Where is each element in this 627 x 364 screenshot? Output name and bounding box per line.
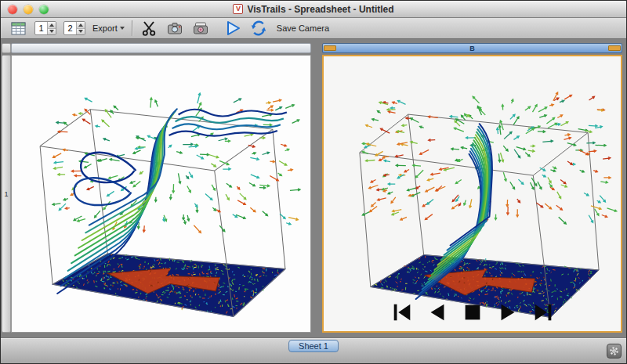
window-controls xyxy=(8,5,49,14)
tab-rail xyxy=(1,338,626,339)
scissors-icon xyxy=(140,20,158,37)
sheet-tab[interactable]: Sheet 1 xyxy=(288,340,339,352)
visualization-a1 xyxy=(12,56,310,332)
zoom-button[interactable] xyxy=(39,5,49,14)
corner-header[interactable] xyxy=(2,43,11,53)
spinner-up-icon xyxy=(49,23,54,27)
toolbar: Export xyxy=(1,18,626,39)
new-sheet-button[interactable] xyxy=(9,19,27,38)
row-count-down-button[interactable] xyxy=(48,28,56,35)
row-count-up-button[interactable] xyxy=(48,22,56,28)
skip-to-end-icon xyxy=(531,301,555,324)
close-button[interactable] xyxy=(8,5,17,14)
spinner-down-icon xyxy=(78,30,83,33)
selection-mark-right xyxy=(608,45,621,51)
cut-cell-button[interactable] xyxy=(140,19,158,38)
column-header-b-label: B xyxy=(469,45,475,52)
cell-a1[interactable] xyxy=(11,55,311,333)
camera-icon xyxy=(166,20,183,37)
toolbar-separator xyxy=(132,20,132,36)
column-count-input[interactable] xyxy=(64,22,76,34)
play-icon xyxy=(224,20,241,37)
column-count-up-button[interactable] xyxy=(77,22,85,28)
step-back-icon xyxy=(426,301,449,324)
export-menu-button[interactable]: Export xyxy=(92,19,125,38)
save-camera-label: Save Camera xyxy=(277,23,329,33)
camera-copy-icon xyxy=(192,20,209,37)
spreadsheet-area: B 1 xyxy=(1,39,626,337)
visualization-b1 xyxy=(324,56,621,331)
row-header-1-label: 1 xyxy=(4,190,8,198)
export-label: Export xyxy=(92,23,118,33)
row-count-input[interactable] xyxy=(35,22,47,34)
window-title-group: V VisTrails - Spreadsheet - Untitled xyxy=(233,4,393,15)
app-window: V VisTrails - Spreadsheet - Untitled xyxy=(0,0,627,364)
column-header-b[interactable]: B xyxy=(322,43,622,53)
execute-play-button[interactable] xyxy=(223,19,242,38)
column-count-steppers xyxy=(76,22,85,34)
column-count-spinner[interactable] xyxy=(63,21,85,35)
row-count-spinner[interactable] xyxy=(34,21,56,35)
stop-button[interactable] xyxy=(460,300,485,325)
sheet-grid-icon xyxy=(10,20,27,37)
refresh-button[interactable] xyxy=(249,19,268,38)
bottom-bar: Sheet 1 xyxy=(1,337,626,363)
vistrails-app-icon: V xyxy=(233,4,243,14)
skip-to-end-button[interactable] xyxy=(531,300,556,325)
cell-b1-selected[interactable] xyxy=(322,55,622,333)
minimize-button[interactable] xyxy=(24,5,33,14)
window-title: VisTrails - Spreadsheet - Untitled xyxy=(247,4,393,15)
export-dropdown-icon xyxy=(120,27,125,30)
play-forward-icon xyxy=(496,301,520,324)
gear-icon xyxy=(609,346,619,356)
skip-to-start-icon xyxy=(390,301,414,324)
column-count-down-button[interactable] xyxy=(77,28,85,35)
selection-mark-left xyxy=(324,45,336,51)
spinner-up-icon xyxy=(78,23,83,27)
settings-button[interactable] xyxy=(607,344,622,359)
row-header-1[interactable]: 1 xyxy=(2,55,11,333)
skip-to-start-button[interactable] xyxy=(390,300,415,325)
stop-icon xyxy=(461,301,484,324)
capture-cell-button[interactable] xyxy=(165,19,184,38)
play-forward-button[interactable] xyxy=(495,300,520,325)
refresh-icon xyxy=(250,20,267,37)
copy-cell-button[interactable] xyxy=(191,19,210,38)
titlebar[interactable]: V VisTrails - Spreadsheet - Untitled xyxy=(1,1,626,18)
playback-controls xyxy=(324,300,621,325)
spinner-down-icon xyxy=(49,30,54,33)
column-header-a[interactable] xyxy=(11,43,311,53)
step-back-button[interactable] xyxy=(425,300,450,325)
row-count-steppers xyxy=(47,22,56,34)
